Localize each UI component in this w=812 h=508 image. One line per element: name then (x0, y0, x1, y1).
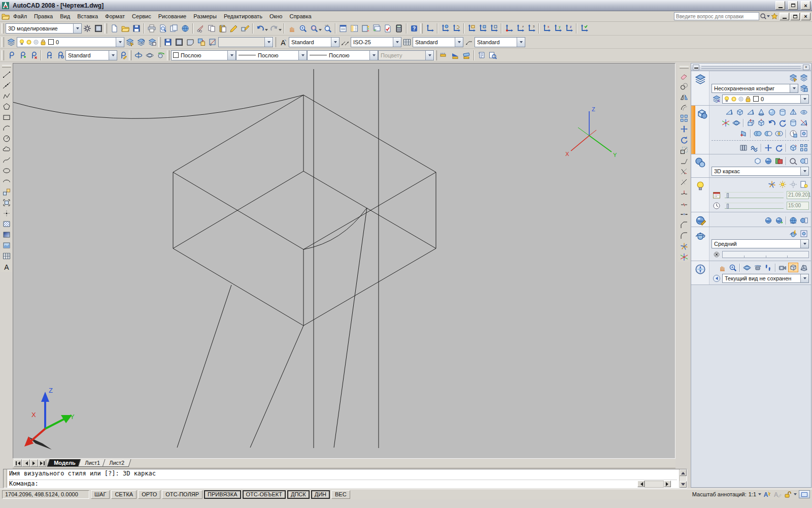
toolbar-grip[interactable] (105, 23, 107, 34)
viewport-convert-button[interactable] (196, 37, 207, 48)
nav-pan-button[interactable] (717, 263, 727, 272)
group-add-button[interactable] (17, 50, 28, 61)
visual-styles-panel-header[interactable] (691, 154, 709, 177)
group-edit-button[interactable] (54, 50, 65, 61)
scroll-up-button[interactable] (680, 469, 687, 476)
annotation-autoscale-button[interactable] (461, 50, 472, 61)
ellipse-arc-button[interactable] (1, 176, 12, 186)
nav-camera-button[interactable] (777, 263, 788, 272)
3d-make-panel-header[interactable] (691, 106, 709, 154)
tool-palettes-button[interactable] (360, 23, 371, 34)
redo-dropdown-icon[interactable] (279, 29, 282, 33)
sun-date-button[interactable] (712, 190, 722, 200)
match-properties-button[interactable] (228, 23, 240, 34)
material-editor-button[interactable] (799, 215, 809, 225)
mleader-style-button[interactable] (463, 37, 475, 48)
annotation-scale-sync-button[interactable] (438, 50, 450, 61)
3d-axis-tripod-button[interactable] (721, 118, 731, 128)
perspective-projection-button[interactable] (799, 263, 809, 272)
arc-button[interactable] (1, 122, 12, 133)
material-mapping-button[interactable] (788, 215, 798, 225)
open-button[interactable] (120, 23, 131, 34)
paste-button[interactable] (217, 23, 228, 34)
render-settings-button[interactable] (799, 229, 809, 238)
ucs-view-button[interactable] (488, 23, 499, 34)
properties-palette-button[interactable] (337, 23, 349, 34)
command-text-area[interactable]: Имя визуального стиля или [?]: 3D каркас… (7, 469, 679, 488)
3d-navigate-panel-header[interactable] (691, 261, 709, 284)
section-plane-button[interactable] (738, 143, 749, 152)
annotation-visibility-icon[interactable]: A (763, 490, 771, 498)
text-style-button[interactable] (278, 37, 289, 48)
style-edit-button[interactable] (117, 50, 128, 61)
region-button[interactable] (1, 240, 12, 250)
toolbar-grip[interactable] (2, 50, 4, 60)
edge-jitter-button[interactable] (799, 156, 809, 166)
nav-orbit-button[interactable] (742, 263, 752, 272)
layer-config-combo[interactable]: Несохраненная конфиг (712, 84, 798, 93)
lineweight-combo[interactable]: Послою (307, 50, 378, 60)
command-h-scrollbar[interactable] (637, 481, 671, 488)
solid-history-button[interactable] (788, 129, 798, 138)
mirror-button[interactable] (679, 91, 690, 102)
boolean-subtract-button[interactable] (763, 129, 773, 138)
toolbar-grip[interactable] (680, 66, 689, 69)
ucs-object-button[interactable] (477, 23, 488, 34)
style-combo[interactable]: Standard (65, 50, 117, 60)
ucs-z-button[interactable]: z (563, 23, 574, 34)
next-tab-button[interactable] (30, 459, 38, 467)
extrude-button[interactable] (746, 118, 756, 128)
sweep-button[interactable] (767, 118, 777, 128)
copy-clip-button[interactable] (206, 23, 217, 34)
fillet-button[interactable] (679, 230, 690, 241)
presspull-button[interactable] (756, 118, 766, 128)
color-combo-button[interactable] (227, 51, 235, 60)
padlock-unlocked-icon[interactable] (784, 490, 792, 498)
table-style-button[interactable] (401, 37, 413, 48)
revolve-button[interactable] (777, 118, 788, 128)
named-view-combo-button[interactable] (800, 274, 808, 282)
scroll-left-button[interactable] (637, 481, 645, 487)
style-combo-button[interactable] (109, 51, 117, 60)
offset-button[interactable] (679, 102, 690, 113)
hatch-button[interactable] (1, 218, 12, 229)
nav-walk-button[interactable] (763, 263, 773, 272)
table-style-combo[interactable]: Standard (413, 37, 463, 47)
layer-config-combo-button[interactable] (790, 84, 798, 92)
rectangle-button[interactable] (1, 112, 12, 122)
chamfer-button[interactable] (679, 219, 690, 230)
primitive-pyramid-button[interactable] (788, 107, 798, 117)
dashboard-title-bar[interactable]: × (691, 64, 811, 71)
toolbar-grip[interactable] (420, 23, 423, 34)
toggle-ortho[interactable]: ОРТО (138, 490, 160, 499)
zoom-realtime-button[interactable] (297, 23, 309, 34)
mdi-close-button[interactable]: × (801, 13, 810, 20)
render-panel-header[interactable] (691, 227, 709, 261)
ucs-button[interactable] (424, 23, 435, 34)
toggle-grid[interactable]: СЕТКА (111, 490, 137, 499)
toolbar-grip[interactable] (2, 65, 11, 68)
minimize-button[interactable] (775, 1, 785, 10)
multiline-text-button[interactable] (1, 261, 12, 272)
scroll-right-button[interactable] (664, 481, 671, 487)
toolbar-grip[interactable] (2, 37, 4, 47)
layer-previous-button[interactable] (136, 37, 147, 48)
layer-states-button[interactable] (147, 37, 158, 48)
annotation-autoadd-icon[interactable]: A (773, 490, 782, 498)
ucs-y-button[interactable]: y (552, 23, 563, 34)
3d-array-button[interactable] (799, 143, 809, 152)
color-combo[interactable]: Послою (171, 50, 236, 60)
ucs-world-button[interactable] (439, 23, 451, 34)
publish-button[interactable] (168, 23, 180, 34)
help-search-button[interactable] (760, 12, 769, 20)
viewport-single-button[interactable] (174, 37, 185, 48)
dashboard-grip[interactable] (701, 66, 801, 69)
flatshot-button[interactable] (749, 143, 759, 152)
revision-cloud-button[interactable] (1, 144, 12, 154)
circle-button[interactable] (1, 133, 12, 144)
primitive-cone-button[interactable] (756, 107, 766, 117)
slider-knob[interactable] (727, 193, 729, 198)
gradient-button[interactable] (1, 229, 12, 240)
menu-modify[interactable]: Редактировать (220, 12, 266, 21)
polygon-button[interactable] (1, 101, 12, 112)
